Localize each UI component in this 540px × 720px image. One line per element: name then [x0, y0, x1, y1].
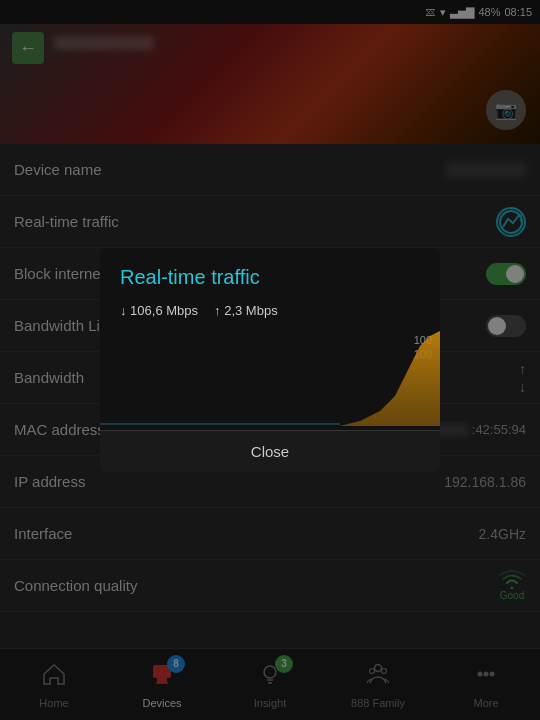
modal-title: Real-time traffic [100, 248, 440, 299]
chart-svg [100, 326, 440, 426]
modal-up-speed: ↑ 2,3 Mbps [214, 303, 278, 318]
real-time-traffic-modal: Real-time traffic ↓ 106,6 Mbps ↑ 2,3 Mbp… [100, 248, 440, 472]
modal-stats: ↓ 106,6 Mbps ↑ 2,3 Mbps [100, 299, 440, 326]
svg-marker-3 [340, 331, 440, 426]
chart-area: 100 100 [100, 326, 440, 426]
modal-down-speed: ↓ 106,6 Mbps [120, 303, 198, 318]
modal-close-button[interactable]: Close [100, 430, 440, 472]
modal-overlay: Real-time traffic ↓ 106,6 Mbps ↑ 2,3 Mbp… [0, 0, 540, 720]
